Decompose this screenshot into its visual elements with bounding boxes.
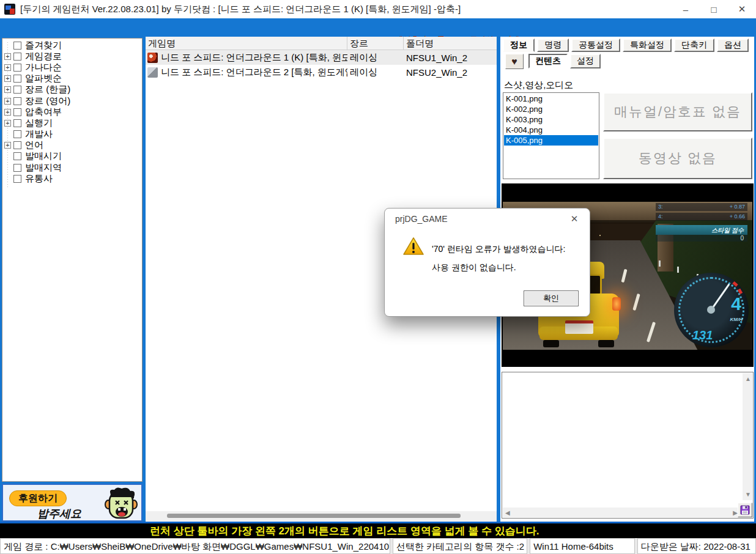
heart-icon: ♥ [511,57,517,67]
status-bar: 게임 경로 : C:₩Users₩SheiB₩OneDrive₩바탕 화면₩DG… [0,538,756,554]
tree-checkbox[interactable] [13,64,21,72]
donate-caption: 밥주세요 [37,506,81,521]
tab-정보[interactable]: 정보 [503,39,535,52]
donation-banner[interactable]: 후원하기 밥주세요 [2,484,143,522]
tree-item[interactable]: 발매시기 [2,151,142,162]
gear-indicator: 4 [731,294,741,314]
tree-item[interactable]: +언어 [2,140,142,151]
screenshot-item[interactable]: K-001,png [504,94,598,104]
minimize-button[interactable]: – [672,0,700,18]
tree-checkbox[interactable] [13,108,21,116]
status-download-date: 다운받은 날짜: 2022-08-31 [637,538,756,554]
scroll-up-icon[interactable]: ▲ [745,375,751,382]
tree-checkbox[interactable] [13,86,21,94]
dialog-message-line1: '70' 런타임 오류가 발생하였습니다: [432,244,565,255]
tree-checkbox[interactable] [13,152,21,160]
scroll-right-icon[interactable]: ▶ [733,509,738,516]
tree-item[interactable]: +알파벳순 [2,73,142,84]
tree-item[interactable]: +실행기 [2,117,142,128]
ok-button[interactable]: 확인 [524,290,579,306]
column-header-genre[interactable]: 장르 [347,37,404,50]
column-header-folder[interactable]: 폴더명 [404,37,497,50]
screenshot-item[interactable]: K-004,png [504,125,598,135]
tree-item[interactable]: +장르 (한글) [2,84,142,95]
tree-checkbox[interactable] [13,75,21,83]
tree-expander-icon[interactable]: + [4,86,11,93]
donate-button[interactable]: 후원하기 [9,490,67,506]
tree-checkbox[interactable] [13,53,21,61]
tab-명령[interactable]: 명령 [537,39,569,52]
app-icon [4,4,15,15]
tree-checkbox[interactable] [13,130,21,138]
tree-expander-icon[interactable]: + [4,109,11,116]
mascot-face-icon [103,486,139,522]
tree-item[interactable]: +게임경로 [2,51,142,62]
dialog-title: prjDG_GAME [395,214,448,224]
screenshot-item[interactable]: K-003,png [504,114,598,125]
close-button[interactable]: ✕ [728,0,756,18]
tree-expander-icon[interactable]: + [4,98,11,105]
scroll-left-icon[interactable]: ◀ [505,509,510,516]
tab-옵션[interactable]: 옵션 [717,39,749,52]
tree-checkbox[interactable] [13,119,21,127]
subtab-설정[interactable]: 설정 [570,54,601,68]
tree-expander-icon[interactable]: + [4,142,11,149]
tree-item[interactable]: 발매지역 [2,162,142,173]
tree-checkbox[interactable] [13,97,21,105]
style-score-label: 스타일 점수 [656,225,747,235]
column-header-name[interactable]: 게임명 [146,37,347,50]
description-textarea[interactable]: ▲ ▼ ◀ ▶ [502,372,754,519]
warning-icon [402,237,424,256]
tree-checkbox[interactable] [13,141,21,149]
speedometer: 4 KM/H 131 [674,273,749,347]
save-note-button[interactable] [738,503,752,517]
subtab-컨텐츠[interactable]: 컨텐츠 [528,54,568,68]
game-row[interactable]: 니드 포 스피드: 언더그라운드 2 [특화, 윈도게임]레이싱NFSU2_Wi… [146,65,497,79]
video-button[interactable]: 동영상 없음 [603,138,752,179]
tree-expander-icon[interactable]: + [4,120,11,127]
guardrail-post [677,267,679,273]
tab-단축키[interactable]: 단축키 [674,39,714,52]
tree-item[interactable]: +장르 (영어) [2,95,142,106]
tree-item[interactable]: +가나다순 [2,62,142,73]
tree-expander-icon[interactable]: + [4,53,11,60]
floppy-disk-icon [740,505,750,515]
scrollbar-thumb[interactable] [167,514,461,518]
horizontal-scrollbar[interactable] [146,511,497,521]
screenshot-item[interactable]: K-002,png [504,104,598,114]
tab-공통설정[interactable]: 공통설정 [571,39,620,52]
scroll-down-icon[interactable]: ▼ [745,491,751,498]
tree-checkbox[interactable] [13,164,21,172]
vertical-scrollbar[interactable]: ▲ ▼ [743,373,752,500]
tree-expander-icon[interactable]: + [4,64,11,71]
dialog-message-line2: 사용 권한이 없습니다. [432,262,516,273]
title-bar: [두기의 게임런처 Ver.22.08.23.01] by 두기닷컴 : [니드… [0,0,756,18]
tip-text: 런처 상단 툴바의 가장 왼쪽 2개의 버튼으로 게임 리스트 영역을 넓게 볼… [150,524,539,538]
screenshot-list: K-001,pngK-002,pngK-003,pngK-004,pngK-00… [503,92,599,179]
nfsu1-thumb-icon [147,53,158,63]
horizontal-scrollbar[interactable]: ◀ ▶ [503,508,740,517]
tree-item[interactable]: +압축여부 [2,106,142,117]
category-tree: 즐겨찾기+게임경로+가나다순+알파벳순+장르 (한글)+장르 (영어)+압축여부… [2,38,143,482]
game-row[interactable]: 니드 포 스피드: 언더그라운드 1 (K) [특화, 윈도게...레이싱NFS… [146,50,497,65]
speed-unit-label: KM/H [730,317,743,322]
tip-marquee-bar: 런처 상단 툴바의 가장 왼쪽 2개의 버튼으로 게임 리스트 영역을 넓게 볼… [0,522,756,538]
tree-item[interactable]: 즐겨찾기 [2,40,142,51]
content-subtabs: 컨텐츠설정 [528,54,601,68]
status-category-count: 선택한 카테고리의 항목 갯수 :2 / 2 [393,538,527,554]
tree-item[interactable]: 유통사 [2,173,142,184]
screenshot-item[interactable]: K-005,png [504,135,598,146]
maximize-button[interactable]: □ [700,0,728,18]
tree-checkbox[interactable] [13,175,21,183]
favorite-button[interactable]: ♥ [505,54,524,69]
window-title: [두기의 게임런처 Ver.22.08.23.01] by 두기닷컴 : [니드… [20,4,461,15]
info-tabs: 정보명령공통설정특화설정단축키옵션 [503,39,749,52]
status-game-path: 게임 경로 : C:₩Users₩SheiB₩OneDrive₩바탕 화면₩DG… [0,538,390,554]
manual-button[interactable]: 매뉴얼/암호표 없음 [603,92,752,131]
tab-특화설정[interactable]: 특화설정 [623,39,672,52]
tree-expander-icon[interactable]: + [4,75,11,82]
main-toolbar: › › 게임추가 드롭박스두기의 고전게임두기의 무설치다음카페도움말 [0,18,756,37]
dialog-close-icon[interactable]: ✕ [566,212,582,226]
tree-item[interactable]: 개발사 [2,129,142,140]
tree-checkbox[interactable] [13,42,21,50]
